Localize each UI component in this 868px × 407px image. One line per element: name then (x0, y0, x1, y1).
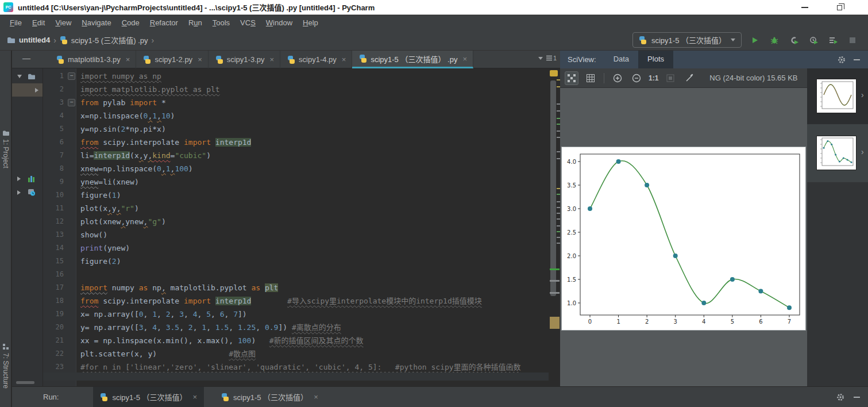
code-line-5[interactable]: 5y=np.sin(2*np.pi*x) (43, 122, 549, 136)
inspection-status-indicator[interactable] (550, 70, 558, 76)
close-tab-icon[interactable]: × (342, 55, 346, 64)
code-line-14[interactable]: 14print(ynew) (43, 241, 549, 255)
sidebar-item-structure[interactable]: 7: Structure (2, 344, 10, 389)
code-line-9[interactable]: 9ynew=li(xnew) (43, 175, 549, 189)
collapsed-arrow-icon[interactable] (17, 176, 21, 181)
thumbnail-row-figure2[interactable]: › (807, 124, 868, 182)
tab-data[interactable]: Data (604, 51, 638, 68)
zoom-out-button[interactable] (630, 71, 643, 85)
editor-tab-scipy1-5-py[interactable]: scipy1-5 （三次插值） .py× (352, 51, 473, 68)
tab-plots[interactable]: Plots (638, 51, 673, 68)
tree-row-project-root[interactable] (12, 70, 43, 83)
code-line-16[interactable]: 16 (43, 268, 549, 281)
fold-marker-icon[interactable] (66, 96, 76, 109)
code-line-10[interactable]: 10figure(1) (43, 189, 549, 202)
run-with-options-button[interactable] (827, 34, 839, 47)
code-line-22[interactable]: 22plt.scatter(x, y) #散点图 (43, 347, 549, 360)
project-tree-panel[interactable] (12, 68, 43, 386)
close-tab-icon[interactable]: × (193, 393, 198, 401)
thumbnail-row-figure1[interactable]: › (807, 68, 868, 124)
code-line-15[interactable]: 15figure(2) (43, 255, 549, 268)
code-line-21[interactable]: 21xx = np.linspace(x.min(), x.max(), 100… (43, 334, 549, 347)
menu-vcs[interactable]: VCS (235, 17, 261, 29)
menu-run[interactable]: Run (183, 17, 207, 29)
breadcrumb-file[interactable]: scipy1-5 (三次插值) .py (71, 34, 148, 45)
code-line-19[interactable]: 19x= np.array([0, 1, 2, 3, 4, 5, 6, 7]) (43, 308, 549, 321)
restore-window-button[interactable] (831, 1, 848, 14)
code-line-11[interactable]: 11plot(x,y,"r") (43, 202, 549, 215)
collapsed-arrow-icon[interactable] (35, 88, 38, 93)
code-line-3[interactable]: 3from pylab import * (43, 96, 549, 109)
code-line-13[interactable]: 13show() (43, 228, 549, 241)
editor-vscrollbar-thumb[interactable] (550, 80, 556, 296)
stop-button[interactable] (846, 34, 859, 47)
hide-sciview-button[interactable] (854, 59, 860, 60)
close-tab-icon[interactable]: × (126, 55, 130, 64)
code-line-8[interactable]: 8xnew=np.linspace(0,1,100) (43, 162, 549, 175)
code-line-12[interactable]: 12plot(xnew,ynew,"g") (43, 215, 549, 228)
hide-run-panel-button[interactable] (854, 397, 860, 398)
thumbnail-figure2-cubic[interactable] (816, 136, 857, 170)
breadcrumb-project[interactable]: untitled4 (19, 36, 50, 44)
code-line-6[interactable]: 6from scipy.interpolate import interp1d (43, 136, 549, 149)
code-line-4[interactable]: 4x=np.linspace(0,1,10) (43, 109, 549, 122)
profile-button[interactable] (807, 34, 820, 47)
tree-row-item[interactable] (12, 172, 43, 185)
debug-button[interactable] (768, 34, 781, 47)
menu-navigate[interactable]: Navigate (76, 17, 116, 29)
close-tab-icon[interactable]: × (198, 55, 202, 64)
editor-scroll-strip[interactable] (549, 68, 560, 386)
editor-tab-matplotlib1-3-py[interactable]: matplotlib1-3.py× (49, 51, 136, 68)
menu-help[interactable]: Help (298, 17, 323, 29)
code-line-18[interactable]: 18from scipy.interpolate import interp1d… (43, 294, 549, 308)
tree-row-selected[interactable] (12, 83, 43, 97)
run-button[interactable] (749, 34, 761, 47)
menu-refactor[interactable]: Refactor (145, 17, 183, 29)
gear-icon[interactable] (838, 56, 846, 64)
editor-tab-scipy1-4-py[interactable]: scipy1-4.py× (280, 51, 352, 68)
run-configuration-select[interactable]: scipy1-5 （三次插值） (632, 32, 742, 48)
color-picker-button[interactable] (682, 71, 696, 85)
menu-edit[interactable]: Edit (27, 17, 50, 29)
close-tab-icon[interactable]: × (462, 55, 467, 63)
editor-tab-scipy1-3-py[interactable]: scipy1-3.py× (209, 51, 280, 68)
code-line-1[interactable]: 1import numpy as np (43, 70, 549, 83)
menu-view[interactable]: View (50, 17, 76, 29)
menu-window[interactable]: Window (261, 17, 298, 29)
fit-to-window-button[interactable] (565, 71, 578, 85)
plot-image[interactable]: 012345671.01.52.02.53.03.54.0 (561, 147, 806, 331)
actual-size-button[interactable]: 1:1 (649, 74, 658, 82)
run-tab-1[interactable]: scipy1-5 （三次插值）× (93, 387, 204, 407)
code-line-23[interactable]: 23#for n in ['linear','zero', 'slinear',… (43, 360, 549, 374)
fold-marker-icon[interactable] (66, 70, 76, 83)
collapsed-arrow-icon[interactable] (17, 190, 21, 195)
minimize-window-button[interactable] (796, 1, 813, 14)
close-tab-icon[interactable]: × (269, 55, 274, 64)
run-tab-2[interactable]: scipy1-5 （三次插值）× (214, 387, 325, 407)
code-editor[interactable]: 1import numpy as np2import matplotlib.py… (43, 68, 549, 386)
zoom-in-button[interactable] (611, 71, 624, 85)
code-line-2[interactable]: 2import matplotlib.pyplot as plt (43, 83, 549, 96)
split-tabs-icon[interactable]: 1 (546, 55, 557, 62)
tab-list-chevron-icon[interactable] (538, 57, 543, 60)
sidebar-item-project[interactable]: 1: Project (2, 130, 10, 168)
close-tab-icon[interactable]: × (314, 393, 318, 401)
code-lines[interactable]: 1import numpy as np2import matplotlib.py… (43, 70, 549, 374)
editor-hscrollbar[interactable] (43, 373, 549, 381)
code-line-20[interactable]: 20y= np.array([3, 4, 3.5, 2, 1, 1.5, 1.2… (43, 321, 549, 334)
run-with-coverage-button[interactable] (788, 34, 800, 47)
editor-tab-scipy1-2-py[interactable]: scipy1-2.py× (136, 51, 208, 68)
tree-row-item[interactable] (12, 186, 43, 199)
svg-text:3.0: 3.0 (567, 206, 576, 212)
grid-view-button[interactable] (584, 71, 597, 85)
code-line-17[interactable]: 17import numpy as np, matplotlib.pyplot … (43, 281, 549, 294)
code-line-7[interactable]: 7li=interp1d(x,y,kind="cubic") (43, 149, 549, 162)
menu-file[interactable]: File (5, 17, 27, 29)
menu-code[interactable]: Code (117, 17, 145, 29)
expanded-arrow-icon[interactable] (17, 75, 22, 78)
project-panel-hscrollbar[interactable] (16, 381, 34, 384)
gear-icon[interactable] (836, 393, 844, 401)
hide-panel-button[interactable]: — (22, 55, 30, 62)
menu-tools[interactable]: Tools (207, 17, 235, 29)
thumbnail-figure1-sine[interactable] (816, 79, 857, 113)
